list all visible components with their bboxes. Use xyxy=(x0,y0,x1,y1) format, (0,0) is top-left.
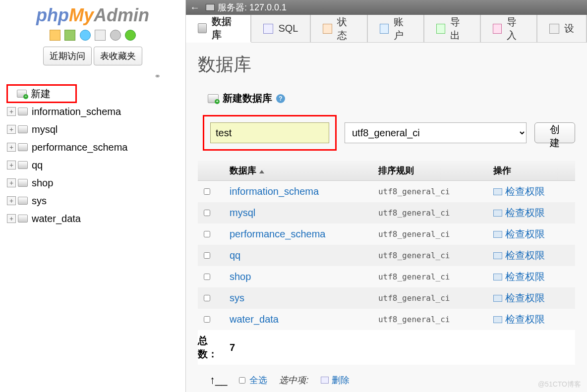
link-icon[interactable]: ⚭ xyxy=(0,71,185,81)
col-database-label: 数据库 xyxy=(230,166,256,175)
tab-import-label: 导入 xyxy=(507,15,525,42)
topbar: ← 服务器: 127.0.0.1 xyxy=(186,0,587,15)
row-checkbox[interactable] xyxy=(204,252,210,259)
tree-new-database[interactable]: 新建 xyxy=(7,85,76,103)
home-icon[interactable] xyxy=(50,30,60,41)
expand-icon[interactable]: + xyxy=(7,107,16,116)
database-link[interactable]: shop xyxy=(224,266,372,287)
tab-status[interactable]: 状态 xyxy=(311,15,367,42)
tab-databases[interactable]: 数据库 xyxy=(186,15,251,43)
sidebar: phpMyAdmin 近期访问 表收藏夹 ⚭ 新建 +information_s… xyxy=(0,0,186,392)
check-privileges-link[interactable]: 检查权限 xyxy=(493,249,569,262)
database-link[interactable]: information_schema xyxy=(224,181,372,203)
tree-database-item[interactable]: +sys xyxy=(7,192,185,210)
main-tabs: 数据库 SQL 状态 账户 导出 导入 设 xyxy=(186,15,587,43)
database-tree: 新建 +information_schema+mysql+performance… xyxy=(0,85,185,227)
select-all-checkbox[interactable] xyxy=(239,377,245,384)
sql-icon[interactable] xyxy=(95,30,106,41)
check-privileges-link[interactable]: 检查权限 xyxy=(493,291,569,305)
delete-link[interactable]: 删除 xyxy=(321,374,350,386)
tree-database-item[interactable]: +water_data xyxy=(7,210,185,227)
database-link[interactable]: qq xyxy=(224,245,372,266)
databases-table: 数据库 排序规则 操作 information_schemautf8_gener… xyxy=(198,161,575,365)
create-button[interactable]: 创建 xyxy=(534,122,575,143)
server-label: 服务器: 127.0.0.1 xyxy=(218,0,287,15)
check-privileges-link[interactable]: 检查权限 xyxy=(493,227,569,241)
tab-settings-label: 设 xyxy=(564,22,574,35)
row-checkbox[interactable] xyxy=(204,274,210,280)
tab-databases-label: 数据库 xyxy=(212,15,238,42)
select-all-link[interactable]: 全选 xyxy=(239,374,267,386)
server-icon xyxy=(206,4,215,11)
expand-icon[interactable]: + xyxy=(7,196,16,205)
row-checkbox[interactable] xyxy=(204,210,210,216)
help-icon[interactable] xyxy=(80,30,91,41)
main-area: ← 服务器: 127.0.0.1 数据库 SQL 状态 账户 导出 导入 设 数… xyxy=(186,0,587,392)
database-link[interactable]: mysql xyxy=(224,202,372,224)
sidebar-toolbar xyxy=(0,30,185,41)
database-icon xyxy=(18,179,28,187)
expand-icon[interactable]: + xyxy=(7,178,16,187)
tab-settings[interactable]: 设 xyxy=(537,15,587,42)
tab-import[interactable]: 导入 xyxy=(481,15,537,42)
table-row: information_schemautf8_general_ci检查权限 xyxy=(198,181,575,203)
tree-database-label: sys xyxy=(32,195,47,207)
exit-icon[interactable] xyxy=(64,30,75,41)
row-checkbox[interactable] xyxy=(204,316,210,323)
total-label: 总数： xyxy=(198,330,224,365)
database-link[interactable]: water_data xyxy=(224,309,372,330)
tree-database-item[interactable]: +information_schema xyxy=(7,103,185,120)
table-row: mysqlutf8_general_ci检查权限 xyxy=(198,202,575,224)
tab-export-label: 导出 xyxy=(450,15,468,42)
table-row: water_datautf8_general_ci检查权限 xyxy=(198,309,575,330)
collapse-sidebar-icon[interactable]: ← xyxy=(190,0,200,15)
arrow-up-icon: ↑__ xyxy=(210,374,227,387)
expand-icon[interactable]: + xyxy=(7,161,16,169)
collation-select[interactable]: utf8_general_ci xyxy=(345,122,527,143)
expand-icon[interactable]: + xyxy=(7,214,16,223)
row-checkbox[interactable] xyxy=(204,295,210,301)
expand-icon[interactable]: + xyxy=(7,125,16,134)
tab-accounts[interactable]: 账户 xyxy=(368,15,424,42)
row-collation: utf8_general_ci xyxy=(372,224,487,245)
privileges-icon xyxy=(493,274,502,280)
check-privileges-link[interactable]: 检查权限 xyxy=(493,185,569,198)
col-database[interactable]: 数据库 xyxy=(224,161,372,181)
add-database-icon xyxy=(208,94,219,103)
favorites-tab[interactable]: 表收藏夹 xyxy=(94,47,142,65)
check-privileges-link[interactable]: 检查权限 xyxy=(493,313,569,326)
row-checkbox[interactable] xyxy=(204,231,210,237)
delete-label: 删除 xyxy=(332,374,350,386)
tree-database-label: water_data xyxy=(32,213,81,224)
gear-icon[interactable] xyxy=(110,30,121,41)
database-link[interactable]: sys xyxy=(224,287,372,309)
database-icon xyxy=(18,143,28,151)
check-privileges-link[interactable]: 检查权限 xyxy=(493,206,569,220)
tab-sql[interactable]: SQL xyxy=(251,15,311,42)
tree-database-item[interactable]: +mysql xyxy=(7,120,185,138)
tree-database-item[interactable]: +shop xyxy=(7,174,185,192)
tab-export[interactable]: 导出 xyxy=(424,15,481,42)
check-privileges-link[interactable]: 检查权限 xyxy=(493,270,569,283)
tree-database-item[interactable]: +qq xyxy=(7,156,185,174)
tree-database-item[interactable]: +performance_schema xyxy=(7,138,185,156)
refresh-icon[interactable] xyxy=(125,30,136,41)
recent-tab[interactable]: 近期访问 xyxy=(43,47,92,65)
row-collation: utf8_general_ci xyxy=(372,245,487,266)
watermark: @51CTO博客 xyxy=(538,380,581,389)
database-link[interactable]: performance_schema xyxy=(224,224,372,245)
tree-database-label: mysql xyxy=(32,124,58,135)
col-checkbox xyxy=(198,161,224,181)
table-row: qqutf8_general_ci检查权限 xyxy=(198,245,575,266)
export-icon xyxy=(436,24,445,34)
privileges-icon xyxy=(493,316,502,323)
col-action: 操作 xyxy=(487,161,575,181)
help-icon[interactable]: ? xyxy=(276,94,285,103)
database-name-input[interactable] xyxy=(210,122,329,143)
row-checkbox[interactable] xyxy=(204,188,210,195)
privileges-icon xyxy=(493,210,502,217)
privileges-icon xyxy=(493,231,502,238)
expand-icon[interactable]: + xyxy=(7,143,16,152)
database-icon xyxy=(18,197,28,205)
col-collation[interactable]: 排序规则 xyxy=(372,161,487,181)
